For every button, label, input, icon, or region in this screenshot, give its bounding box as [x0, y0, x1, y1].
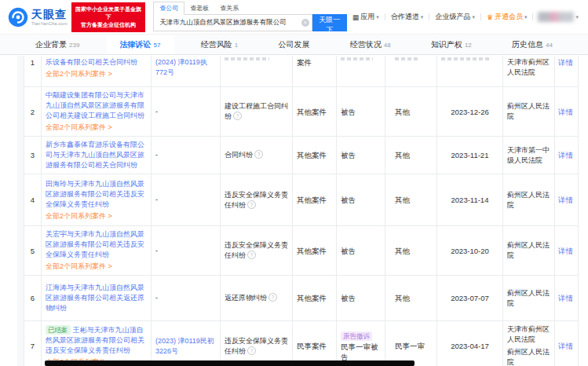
help-icon[interactable]: ?: [233, 112, 242, 120]
case-type: 其他案件: [297, 293, 332, 303]
chevron-down-icon: ▾: [472, 14, 475, 20]
menu-item-2[interactable]: 合作通道▾: [385, 12, 429, 22]
court-name: 蓟州区人民法院: [507, 347, 550, 366]
case-number-cell: -: [152, 276, 221, 320]
menu-item-4[interactable]: ♛开通会员▾: [481, 12, 533, 22]
case-type-cell: 其他案件: [293, 137, 337, 174]
case-name-line: 已结案王彬与天津市九山顶自然风景区旅游服务有限公司相关违反安全保障义务责任纠纷: [46, 325, 147, 356]
case-name-link[interactable]: 中颙建设集团有限公司与天津市九山顶自然风景区旅游服务有限公司相关建设工程施工合同…: [46, 91, 144, 119]
case-name-line: 关宏宇与天津市九山顶自然风景区旅游服务有限公司相关违反安全保障义务责任纠纷: [46, 229, 147, 260]
filing-date: 2023-11-14: [451, 195, 489, 205]
court-cell: 蓟州区人民法院: [503, 276, 555, 320]
detail-link[interactable]: 详情: [558, 293, 574, 303]
tab-3[interactable]: 经营风险1: [188, 35, 251, 54]
procedure-cell: 民事一审: [385, 321, 437, 366]
series-cases-link[interactable]: 全部2个同系列案件 >: [46, 123, 147, 133]
tab-count: 239: [69, 42, 79, 49]
gov-certification-badge: 国家中小企业发展子基金旗下 官方备案企业征信机构: [71, 2, 145, 32]
court-cell: 天津市蓟州区人民法院: [503, 56, 555, 86]
tab-5[interactable]: 经营状况48: [337, 35, 404, 54]
case-index-cell: 7: [24, 321, 42, 366]
logo-title: 天眼查: [31, 9, 68, 20]
tab-1[interactable]: 企业背景239: [22, 35, 93, 54]
cause-cell: 违反安全保障义务责任纠纷?: [221, 321, 293, 366]
menu-item-label: 合作通道: [391, 12, 419, 22]
case-type: 其他案件: [297, 150, 332, 160]
procedure-cell: 其他: [385, 87, 437, 136]
case-name-link[interactable]: 江海涛与天津市九山顶自然风景区旅游服务有限公司相关返还原物纠纷: [46, 284, 144, 312]
search-box: 查公司查老板查关系 × 天眼一下: [153, 2, 347, 31]
case-index-cell: 4: [24, 174, 42, 225]
clear-icon[interactable]: ×: [301, 19, 309, 27]
case-number-cell: (2024) 津0119执772号: [152, 56, 221, 86]
case-name-link[interactable]: 关宏宇与天津市九山顶自然风景区旅游服务有限公司相关违反安全保障义务责任纠纷: [46, 230, 144, 258]
court-cell: 蓟州区人民法院: [503, 87, 555, 136]
search-tab-3[interactable]: 查关系: [214, 2, 244, 14]
case-name-link[interactable]: 田海玲与天津市九山顶自然风景区旅游服务有限公司相关违反安全保障义务责任纠纷: [46, 180, 144, 208]
role-cell: 被告: [337, 174, 385, 225]
role-text: 被告: [341, 293, 381, 303]
case-index-cell: 2: [24, 87, 42, 136]
detail-link[interactable]: 详情: [558, 195, 574, 205]
cause-text: 违反安全保障义务责任纠纷?: [225, 240, 288, 261]
search-tab-2[interactable]: 查老板: [184, 2, 214, 14]
role-cell: 被告: [337, 137, 385, 174]
tab-7[interactable]: 历史信息44: [499, 35, 566, 54]
case-name-link[interactable]: 新乡市鑫泰体育游乐设备有限公司与天津市九山顶自然风景区旅游服务有限公司相关合同纠…: [46, 141, 144, 169]
detail-link[interactable]: 详情: [558, 341, 574, 351]
tab-4[interactable]: 公司发展: [265, 35, 323, 54]
role-cell: 被告: [337, 87, 385, 136]
help-icon[interactable]: ?: [247, 346, 256, 355]
case-number-cell: -: [152, 226, 221, 275]
case-number-link[interactable]: (2023) 津0119民初3226号: [155, 336, 216, 357]
detail-cell: 详情: [555, 87, 578, 136]
help-icon[interactable]: ?: [247, 200, 256, 209]
table-row: 7已结案王彬与天津市九山顶自然风景区旅游服务有限公司相关违反安全保障义务责任纠纷…: [24, 321, 578, 366]
detail-link[interactable]: 详情: [558, 57, 574, 68]
case-type: 其他案件: [297, 246, 332, 256]
detail-link[interactable]: 详情: [558, 150, 574, 160]
menu-item-3[interactable]: 企业级产品▾: [429, 12, 480, 22]
case-number-cell: -: [152, 137, 221, 174]
procedure-text: 其他: [395, 246, 433, 256]
user-account[interactable]: ▾: [533, 12, 579, 22]
tab-6[interactable]: 知识产权12: [418, 35, 485, 54]
tab-label: 经营风险: [201, 39, 232, 50]
chevron-down-icon: ▾: [524, 14, 528, 20]
cause-text: 合同纠纷?: [225, 150, 288, 160]
menu-item-1[interactable]: ▦应用▾: [347, 12, 385, 22]
table-row: 1乐设备有限公司相关合同纠纷全部2个同系列案件 >(2024) 津0119执77…: [24, 56, 578, 87]
procedure-text: 其他: [395, 107, 433, 117]
tab-2[interactable]: 法律诉讼57: [107, 35, 174, 54]
detail-link[interactable]: 详情: [558, 246, 574, 256]
case-type: 其他案件: [297, 195, 332, 205]
series-cases-link[interactable]: 全部2个同系列案件 >: [46, 69, 147, 79]
case-type-cell: 其他案件: [293, 174, 337, 225]
date-cell: 2023-04-17: [437, 321, 503, 366]
case-type-cell: 其他案件: [293, 226, 337, 275]
case-name-link[interactable]: 乐设备有限公司相关合同纠纷: [46, 58, 137, 66]
case-number: -: [155, 150, 216, 160]
cause-text: 建设工程施工合同纠纷?: [225, 101, 288, 122]
search-tab-1[interactable]: 查公司: [153, 2, 184, 15]
detail-link[interactable]: 详情: [558, 107, 574, 117]
court-cell: 蓟州区人民法院: [503, 226, 555, 275]
case-type-cell: 其他案件: [293, 276, 337, 320]
date-cell: 2023-11-14: [437, 174, 503, 225]
series-cases-link[interactable]: 全部2个同系列案件 >: [46, 262, 147, 272]
search-input[interactable]: [153, 14, 312, 31]
help-icon[interactable]: ?: [247, 251, 256, 259]
series-cases-link[interactable]: 全部2个同系列案件 >: [46, 211, 147, 221]
case-number-cell: -: [152, 87, 221, 136]
court-cell: 天津市第一中级人民法院: [503, 137, 555, 174]
search-button[interactable]: 天眼一下: [312, 14, 347, 31]
case-number-link[interactable]: (2024) 津0119执772号: [155, 57, 216, 78]
help-icon[interactable]: ?: [268, 293, 277, 302]
help-icon[interactable]: ?: [254, 150, 263, 159]
tianyancha-logo[interactable]: 天眼查 TianYanCha.com: [8, 7, 68, 27]
case-index-cell: 3: [24, 137, 42, 174]
procedure-text: 民事一审: [395, 341, 433, 351]
case-number: -: [155, 195, 216, 205]
avatar: [538, 12, 574, 22]
bottom-black-bar: [45, 361, 415, 366]
